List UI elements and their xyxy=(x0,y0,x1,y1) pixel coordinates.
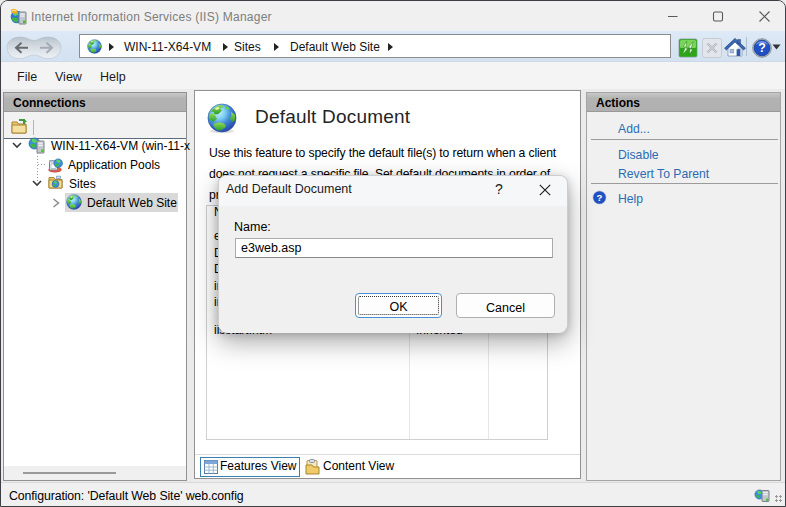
svg-text:?: ? xyxy=(597,192,603,203)
svg-text:?: ? xyxy=(758,41,766,55)
